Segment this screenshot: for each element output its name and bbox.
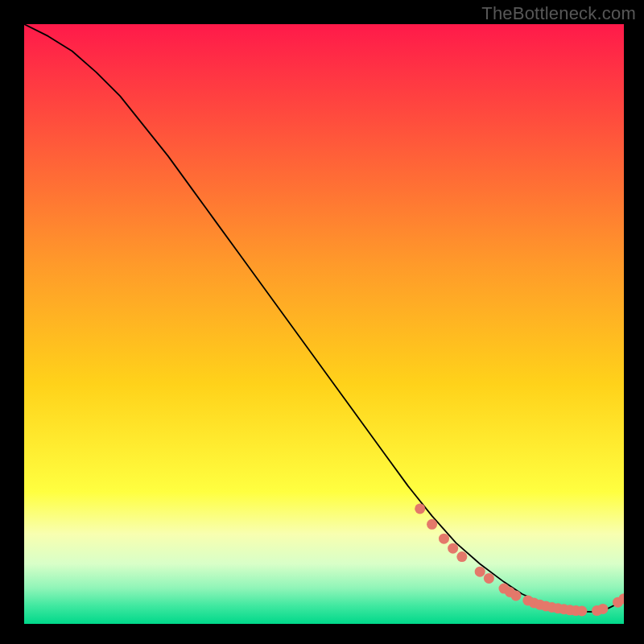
svg-point-3: [439, 534, 449, 544]
chart-container: TheBottleneck.com: [0, 0, 644, 644]
svg-point-7: [484, 573, 494, 584]
svg-point-1: [415, 503, 425, 514]
chart-svg: [24, 24, 624, 624]
svg-point-2: [427, 519, 437, 530]
svg-point-22: [597, 604, 608, 614]
svg-rect-0: [24, 24, 624, 624]
svg-point-10: [510, 590, 521, 601]
svg-point-20: [576, 605, 587, 616]
watermark-text: TheBottleneck.com: [481, 3, 636, 24]
svg-point-5: [456, 551, 467, 562]
svg-point-4: [448, 543, 458, 554]
plot-area: [24, 24, 624, 624]
svg-point-6: [475, 567, 485, 577]
